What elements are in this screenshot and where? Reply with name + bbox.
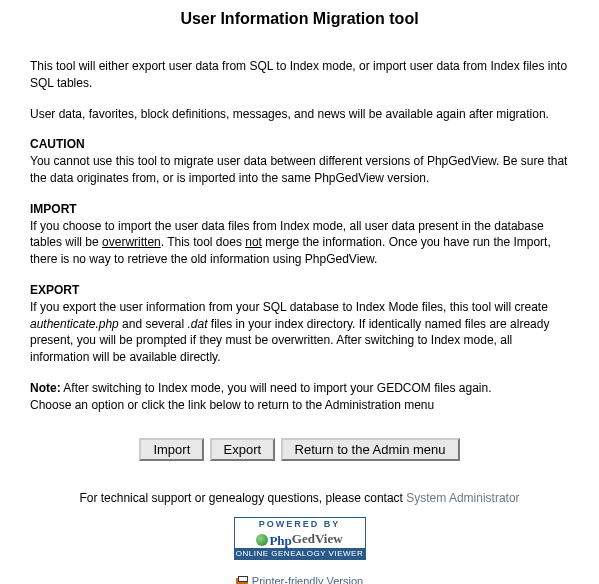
note-section: Note: After switching to Index mode, you…: [30, 380, 569, 414]
printer-friendly-line: Printer-friendly Version: [0, 574, 599, 584]
not-word: not: [245, 235, 262, 249]
printer-icon: [236, 576, 248, 584]
printer-friendly-link[interactable]: Printer-friendly Version: [252, 575, 363, 584]
caution-section: CAUTION You cannot use this tool to migr…: [30, 136, 569, 186]
return-admin-button[interactable]: Return to the Admin menu: [281, 438, 460, 461]
authenticate-file: authenticate.php: [30, 317, 119, 331]
note-label: Note:: [30, 381, 61, 395]
system-admin-link[interactable]: System Administrator: [406, 491, 519, 505]
import-section: IMPORT If you choose to import the user …: [30, 201, 569, 268]
button-row: Import Export Return to the Admin menu: [0, 438, 599, 461]
import-heading: IMPORT: [30, 201, 569, 218]
export-section: EXPORT If you export the user informatio…: [30, 282, 569, 366]
note-text1: After switching to Index mode, you will …: [61, 381, 492, 395]
page-title: User Information Migration tool: [0, 10, 599, 28]
badge-brand: PhpGedView: [235, 530, 365, 549]
brand-post: GedView: [292, 531, 343, 546]
import-mid: . This tool does: [161, 235, 246, 249]
import-button[interactable]: Import: [139, 438, 204, 461]
caution-text: You cannot use this tool to migrate user…: [30, 154, 567, 185]
content-body: This tool will either export user data f…: [0, 58, 599, 414]
intro-text: This tool will either export user data f…: [30, 58, 569, 92]
export-pre: If you export the user information from …: [30, 300, 548, 314]
export-heading: EXPORT: [30, 282, 569, 299]
dat-file: .dat: [187, 317, 207, 331]
badge-bottom: ONLINE GENEALOGY VIEWER: [235, 548, 365, 559]
export-mid1: and several: [119, 317, 188, 331]
export-button[interactable]: Export: [210, 438, 276, 461]
overwritten-word: overwritten: [102, 235, 161, 249]
support-text: For technical support or genealogy quest…: [79, 491, 406, 505]
support-line: For technical support or genealogy quest…: [0, 491, 599, 505]
availability-text: User data, favorites, block definitions,…: [30, 106, 569, 123]
globe-icon: [256, 534, 268, 546]
badge-top: POWERED BY: [235, 518, 365, 530]
powered-by-badge[interactable]: POWERED BY PhpGedView ONLINE GENEALOGY V…: [0, 517, 599, 561]
note-text2: Choose an option or click the link below…: [30, 398, 434, 412]
brand-pre: Php: [269, 532, 291, 547]
caution-heading: CAUTION: [30, 136, 569, 153]
